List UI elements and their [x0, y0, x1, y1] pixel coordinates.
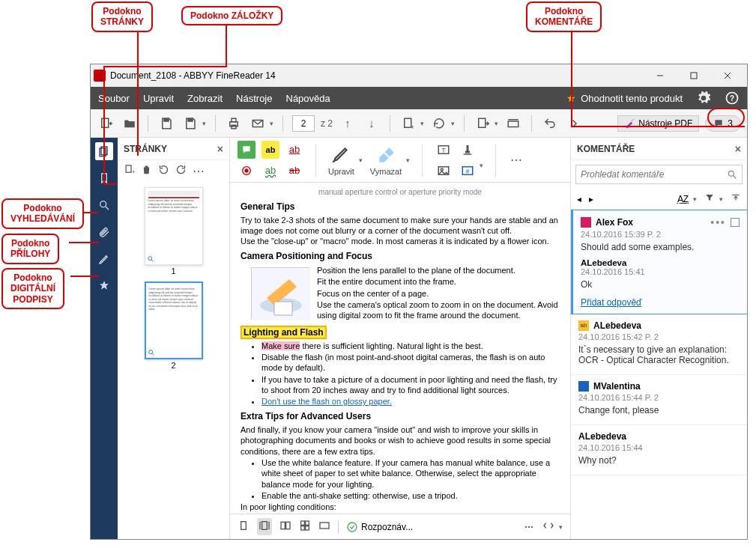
chevron-down-icon[interactable]: ▾: [495, 120, 498, 127]
maximize-button[interactable]: [677, 64, 710, 87]
sort-button[interactable]: A͟Z: [677, 194, 689, 204]
more-icon[interactable]: ⋯: [524, 522, 535, 532]
rate-product[interactable]: ★ Ohodnotit tento produkt: [566, 92, 683, 104]
export-icon[interactable]: [474, 115, 492, 133]
doc-text: Make sure there is sufficient lighting. …: [261, 341, 560, 351]
textbox-icon[interactable]: T: [435, 141, 453, 159]
filter-icon[interactable]: [704, 192, 715, 205]
open-folder-icon[interactable]: [121, 115, 139, 133]
expand-icon[interactable]: [542, 520, 554, 534]
page-thumbnail[interactable]: Lorem ipsum dolor sit amet consectetur a…: [145, 281, 203, 370]
undo-icon[interactable]: [541, 115, 559, 133]
svg-point-33: [245, 169, 248, 172]
single-page-icon[interactable]: [238, 520, 250, 534]
rotate-right-icon[interactable]: [175, 164, 187, 178]
chevron-down-icon[interactable]: ▾: [270, 120, 273, 127]
image-icon[interactable]: [435, 162, 453, 180]
titlebar: Document_2108 - ABBYY FineReader 14: [91, 64, 747, 87]
comment-item[interactable]: MValentina 24.10.2016 15:44 P. 2 Change …: [571, 375, 747, 425]
settings-button[interactable]: [696, 91, 711, 106]
svg-rect-45: [262, 522, 267, 530]
delete-icon[interactable]: [141, 164, 152, 178]
highlight-yellow-icon[interactable]: ab: [261, 141, 279, 159]
prev-comment-icon[interactable]: ◂: [577, 194, 581, 204]
chevron-down-icon[interactable]: ▾: [406, 156, 410, 164]
close-icon[interactable]: ×: [217, 143, 223, 155]
new-document-icon[interactable]: [97, 115, 115, 133]
more-icon[interactable]: [565, 115, 583, 133]
comment-reply: ALebedeva 24.10.2016 15:41 Ok: [581, 255, 740, 290]
overflow-icon[interactable]: ⋯: [508, 151, 526, 169]
chevron-down-icon[interactable]: ▾: [480, 162, 483, 180]
doc-text: And finally, if you know your camera "in…: [241, 424, 560, 457]
recognize-status[interactable]: Rozpoznáv...: [346, 521, 413, 533]
page-number-input[interactable]: [292, 115, 315, 132]
close-icon[interactable]: ×: [735, 143, 741, 155]
chevron-down-icon[interactable]: ▾: [202, 120, 206, 127]
add-page-icon[interactable]: +: [399, 115, 417, 133]
rail-signatures-icon[interactable]: [95, 250, 113, 268]
note-icon[interactable]: [238, 141, 255, 159]
add-page-icon[interactable]: +: [124, 164, 135, 178]
two-page-icon[interactable]: [279, 520, 291, 534]
next-comment-icon[interactable]: ▸: [589, 194, 593, 204]
save-as-icon[interactable]: [181, 115, 199, 133]
menu-tools[interactable]: Nástroje: [236, 93, 272, 104]
left-rail: [91, 138, 118, 539]
edit-tool[interactable]: Upravit: [328, 144, 354, 176]
comment-item[interactable]: ALebedeva 24.10.2016 15:44 Why not?: [571, 425, 747, 475]
document-view[interactable]: manual aperture control or aperture prio…: [230, 183, 570, 514]
more-icon[interactable]: ⋯: [193, 164, 206, 178]
underline-icon[interactable]: ab: [285, 141, 303, 159]
fullscreen-icon[interactable]: [318, 520, 330, 534]
add-reply-link[interactable]: Přidat odpověď: [581, 297, 641, 308]
doc-text: If you have to take a picture of a docum…: [261, 374, 560, 396]
print-icon[interactable]: [225, 115, 243, 133]
doc-text: Use the "close-up" or "macro" mode. In m…: [241, 236, 560, 246]
doc-heading: Extra Tips for Advanced Users: [241, 411, 560, 423]
minimize-button[interactable]: [643, 64, 677, 87]
scan-icon[interactable]: [504, 115, 522, 133]
rotate-left-icon[interactable]: [158, 164, 169, 178]
continuous-icon[interactable]: [299, 520, 311, 534]
chevron-down-icon[interactable]: ▾: [559, 523, 563, 531]
page-down-icon[interactable]: ↓: [363, 115, 381, 133]
callout-line: [571, 28, 572, 126]
menu-view[interactable]: Zobrazit: [187, 93, 223, 104]
menu-edit[interactable]: Upravit: [143, 93, 174, 104]
rotate-icon[interactable]: [430, 115, 448, 133]
collapse-icon[interactable]: [731, 192, 741, 205]
erase-tool[interactable]: Vymazat: [370, 144, 402, 176]
comment-search[interactable]: [575, 165, 743, 184]
checkbox[interactable]: [731, 218, 740, 227]
squiggly-icon[interactable]: ab: [261, 162, 279, 180]
close-button[interactable]: [710, 64, 744, 87]
search-input[interactable]: [581, 169, 727, 180]
stamp-red-icon[interactable]: [238, 162, 255, 180]
stamp-icon[interactable]: [459, 141, 477, 159]
rail-attachments-icon[interactable]: [95, 223, 113, 241]
comment-count-button[interactable]: 3: [705, 115, 741, 132]
callout-signatures: Podokno DIGITÁLNÍ PODPISY: [1, 268, 64, 309]
help-button[interactable]: ?: [725, 91, 740, 106]
svg-point-56: [728, 171, 734, 176]
rail-favorites-icon[interactable]: [95, 277, 113, 295]
page-up-icon[interactable]: ↑: [339, 115, 357, 133]
chevron-down-icon[interactable]: ▾: [359, 156, 363, 164]
chevron-down-icon[interactable]: ▾: [451, 120, 455, 127]
strikeout-icon[interactable]: ab: [285, 162, 303, 180]
pdf-tools-button[interactable]: Nástroje PDF: [617, 115, 699, 132]
link-icon[interactable]: #: [459, 162, 477, 180]
comment-item[interactable]: ab ALebedeva 24.10.2016 15:42 P. 2 It`s …: [571, 314, 747, 375]
chevron-down-icon[interactable]: ▾: [420, 120, 424, 127]
menu-help[interactable]: Nápověda: [286, 93, 330, 104]
email-icon[interactable]: [249, 115, 267, 133]
fit-width-icon[interactable]: [257, 518, 272, 535]
page-thumbnail[interactable]: Lorem ipsum dolor sit amet consectetur a…: [145, 187, 203, 275]
comments-tools: ◂ ▸ A͟Z▾ ▾: [571, 189, 747, 210]
more-icon[interactable]: •••: [710, 216, 726, 228]
save-icon[interactable]: [157, 115, 175, 133]
comment-author: ALebedeva: [578, 431, 626, 442]
svg-rect-9: [164, 118, 169, 121]
comment-item[interactable]: Alex Fox ••• 24.10.2016 15:39 P. 2 Shoul…: [571, 210, 747, 314]
